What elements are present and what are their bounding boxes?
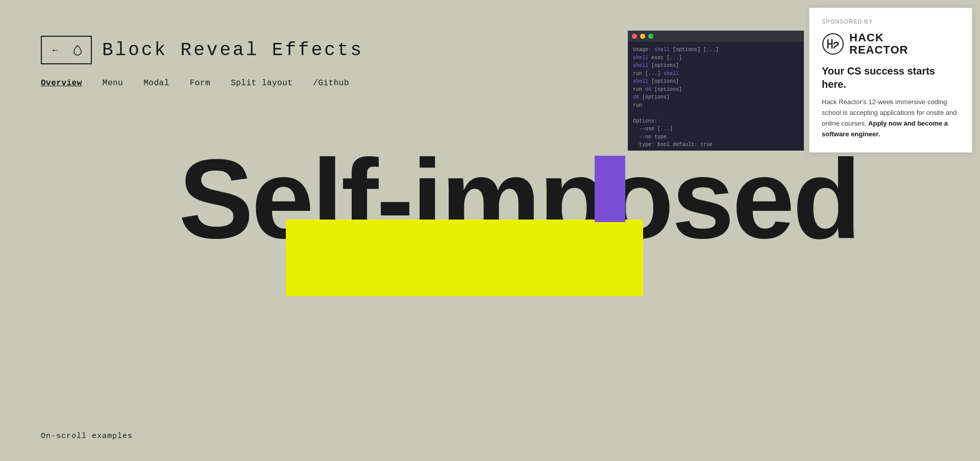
terminal-panel: Usage: shell [options] [...] shell exec … [628,31,804,151]
ad-sponsored-label: SPONSORED BY [822,18,960,25]
terminal-bar [628,31,804,42]
terminal-dot-green [648,34,653,39]
ad-headline: Your CS success starts here. [822,64,960,91]
ad-panel: SPONSORED BY HACKREACTOR Your CS success… [809,8,972,153]
bottom-label: On-scroll examples [41,432,133,441]
terminal-content: Usage: shell [options] [...] shell exec … [628,42,804,151]
terminal-dot-yellow [640,34,645,39]
yellow-reveal-block [286,220,643,296]
hack-reactor-logo-text: HACKREACTOR [849,32,908,56]
purple-reveal-block [595,156,625,222]
hack-reactor-logo-icon [822,33,844,55]
ad-logo: HACKREACTOR [822,32,960,56]
ad-body: Hack Reactor's 12-week immersive coding … [822,97,960,139]
terminal-dot-red [632,34,637,39]
svg-point-0 [823,34,843,54]
